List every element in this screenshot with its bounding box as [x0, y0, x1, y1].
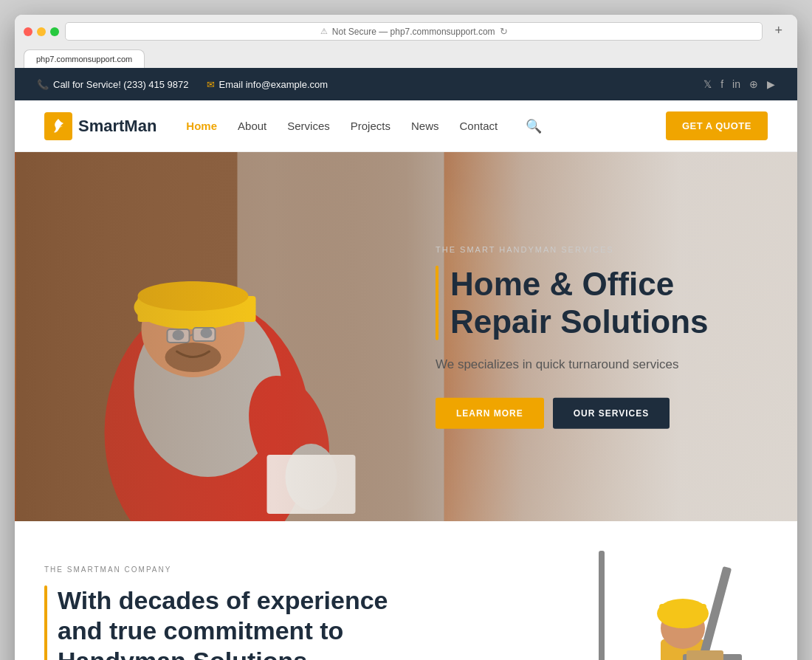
hero-buttons: LEARN MORE OUR SERVICES	[436, 397, 760, 428]
about-title-line1: With decades of experience	[58, 586, 388, 614]
hero-title: Home & Office Repair Solutions	[450, 266, 709, 340]
learn-more-button[interactable]: LEARN MORE	[436, 397, 544, 428]
svg-rect-28	[687, 650, 723, 660]
active-tab[interactable]: php7.commonsupport.com	[24, 49, 145, 68]
minimize-button[interactable]	[37, 27, 46, 36]
maximize-button[interactable]	[50, 27, 59, 36]
logo-text: SmartMan	[78, 117, 156, 136]
main-nav: SmartMan Home About Services Projects Ne…	[15, 100, 797, 152]
nav-services[interactable]: Services	[287, 120, 330, 132]
twitter-icon[interactable]: 𝕏	[703, 78, 712, 90]
svg-rect-17	[16, 152, 444, 521]
svg-rect-25	[695, 566, 732, 660]
address-bar[interactable]: ⚠ Not Secure — php7.commonsupport.com ↻	[65, 22, 763, 41]
browser-top-bar: ⚠ Not Secure — php7.commonsupport.com ↻ …	[24, 22, 788, 41]
get-quote-button[interactable]: GET A QUOTE	[666, 111, 768, 140]
email-label: Email info@example.com	[219, 79, 328, 90]
logo-icon	[44, 112, 72, 140]
browser-window: ⚠ Not Secure — php7.commonsupport.com ↻ …	[15, 15, 797, 660]
youtube-icon[interactable]: ▶	[767, 78, 775, 90]
hero-title-line2: Repair Solutions	[450, 303, 709, 339]
address-text: Not Secure — php7.commonsupport.com	[332, 27, 495, 37]
about-title-line3: Handyman Solutions	[58, 647, 307, 660]
facebook-icon[interactable]: f	[720, 78, 723, 90]
hero-title-wrapper: Home & Office Repair Solutions	[436, 266, 760, 340]
hero-section: THE SMART HANDYMAN SERVICES Home & Offic…	[15, 152, 797, 521]
social-links: 𝕏 f in ⊕ ▶	[703, 78, 775, 90]
saw-illustration	[683, 566, 742, 660]
about-section: THE SMARTMAN COMPANY With decades of exp…	[15, 521, 797, 660]
lock-icon: ⚠	[320, 27, 328, 36]
phone-label: Call for Service! (233) 415 9872	[53, 79, 189, 90]
our-services-button[interactable]: OUR SERVICES	[553, 397, 670, 428]
browser-chrome: ⚠ Not Secure — php7.commonsupport.com ↻ …	[15, 15, 797, 68]
top-bar: 📞 Call for Service! (233) 415 9872 ✉ Ema…	[15, 68, 797, 100]
hero-title-line1: Home & Office	[450, 266, 674, 302]
logo[interactable]: SmartMan	[44, 112, 156, 140]
site-content: 📞 Call for Service! (233) 415 9872 ✉ Ema…	[15, 68, 797, 660]
phone-icon: 📞	[37, 79, 49, 90]
browser-tab-bar: php7.commonsupport.com	[24, 47, 788, 68]
nav-home[interactable]: Home	[186, 120, 217, 132]
top-bar-left: 📞 Call for Service! (233) 415 9872 ✉ Ema…	[37, 79, 328, 90]
workers-preview	[447, 566, 742, 660]
svg-rect-18	[599, 551, 605, 660]
nav-news[interactable]: News	[411, 120, 439, 132]
about-title-wrapper: With decades of experience and true comm…	[44, 585, 391, 660]
email-info: ✉ Email info@example.com	[207, 79, 328, 90]
hero-eyebrow: THE SMART HANDYMAN SERVICES	[436, 245, 760, 254]
hero-title-accent-bar	[436, 266, 438, 340]
email-icon: ✉	[207, 79, 215, 90]
about-left: THE SMARTMAN COMPANY With decades of exp…	[44, 566, 391, 660]
about-right	[421, 566, 768, 660]
nav-projects[interactable]: Projects	[351, 120, 390, 132]
about-title-line2: and true commitment to	[58, 616, 343, 644]
new-tab-button[interactable]: +	[768, 23, 788, 38]
worker-illustration	[15, 152, 445, 521]
refresh-icon[interactable]: ↻	[500, 26, 508, 37]
nav-links: Home About Services Projects News Contac…	[186, 118, 651, 134]
screwdriver-illustration	[579, 551, 624, 660]
hero-content: THE SMART HANDYMAN SERVICES Home & Offic…	[436, 245, 760, 429]
close-button[interactable]	[24, 27, 32, 36]
search-icon[interactable]: 🔍	[526, 118, 542, 134]
nav-about[interactable]: About	[238, 120, 266, 132]
nav-contact[interactable]: Contact	[459, 120, 498, 132]
traffic-lights	[24, 27, 59, 36]
about-eyebrow: THE SMARTMAN COMPANY	[44, 566, 391, 574]
about-accent-bar	[44, 585, 47, 660]
phone-info: 📞 Call for Service! (233) 415 9872	[37, 79, 189, 90]
hero-subtitle: We specializes in quick turnaround servi…	[436, 355, 760, 374]
globe-icon[interactable]: ⊕	[749, 78, 758, 90]
about-title: With decades of experience and true comm…	[58, 585, 388, 660]
linkedin-icon[interactable]: in	[732, 78, 740, 90]
